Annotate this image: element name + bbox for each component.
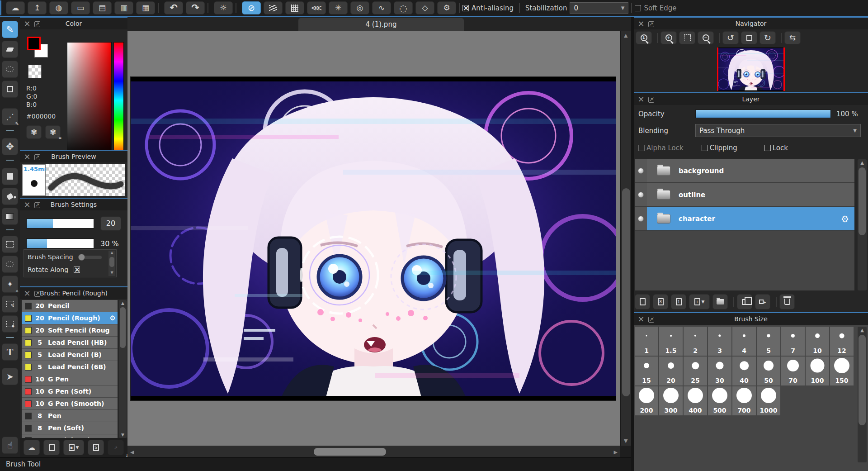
radial-snap-icon[interactable]: ✳ xyxy=(329,1,348,14)
tool-stamp-eraser[interactable] xyxy=(2,61,18,78)
publish-icon[interactable]: ◍ xyxy=(49,1,68,14)
tool-text[interactable]: T xyxy=(2,343,18,361)
comment-icon[interactable]: ▭ xyxy=(71,1,90,14)
gear-icon[interactable]: ⚙ xyxy=(841,214,849,224)
reset-rotation-icon[interactable] xyxy=(741,31,757,44)
perspective-snap-icon[interactable]: ◇ xyxy=(415,1,434,14)
scroll-thumb[interactable] xyxy=(622,188,630,396)
brush-size-cell[interactable]: 3 xyxy=(708,327,731,356)
brush-size-cell[interactable]: 1000 xyxy=(757,386,780,415)
close-icon[interactable]: × xyxy=(23,152,31,161)
brush-size-cell[interactable]: 50 xyxy=(757,357,780,385)
popout-icon[interactable]: ↗ xyxy=(34,202,40,208)
tool-move[interactable]: ✥ xyxy=(2,138,18,155)
brush-list-item[interactable]: 20 Pencil ⚙ xyxy=(22,300,118,312)
scroll-up-icon[interactable]: ▲ xyxy=(108,251,115,256)
tool-dot-pen[interactable]: ⋰✎ xyxy=(2,108,18,125)
brush-size-cell[interactable]: 1.5 xyxy=(659,327,683,356)
brush-size-cell[interactable]: 10 xyxy=(806,327,829,356)
brush-size-value[interactable]: 20 xyxy=(100,216,121,231)
delete-layer-icon[interactable] xyxy=(779,294,795,309)
brush-size-cell[interactable]: 400 xyxy=(684,386,707,415)
cloud-icon[interactable]: ☁ xyxy=(6,1,25,14)
brush-list-scrollbar[interactable]: ▲ ▼ xyxy=(119,300,127,438)
brush-size-cell[interactable]: 200 xyxy=(635,386,658,415)
brush-size-slider[interactable] xyxy=(26,219,94,228)
rotate-cw-icon[interactable]: ↻ xyxy=(760,31,776,44)
layer-visibility[interactable] xyxy=(635,159,647,182)
layer-body[interactable]: character ⚙ xyxy=(647,207,854,230)
scroll-thumb[interactable] xyxy=(109,257,114,267)
brush-size-cell[interactable]: 100 xyxy=(806,357,829,385)
layer-body[interactable]: background ⚙ xyxy=(647,159,854,182)
scroll-left-icon[interactable]: ◀ xyxy=(130,449,134,455)
close-icon[interactable]: × xyxy=(23,200,31,209)
navigator-thumbnail[interactable] xyxy=(717,48,785,91)
tool-hand[interactable]: ☝ xyxy=(2,437,18,454)
tool-select-lasso[interactable] xyxy=(2,256,18,273)
scroll-thumb[interactable] xyxy=(120,307,126,348)
tool-fill-rect[interactable] xyxy=(2,168,18,185)
scroll-up-icon[interactable]: ▲ xyxy=(624,33,627,38)
tool-select-pen[interactable]: ✎ xyxy=(2,295,18,313)
layer-scrollbar[interactable]: ▲ xyxy=(858,159,867,290)
brush-size-cell[interactable]: 12 xyxy=(830,327,854,356)
settings-scrollbar[interactable]: ▲ ▼ xyxy=(108,251,115,276)
brush-list-item[interactable]: 10 G Pen ⚙ xyxy=(22,373,118,385)
upload-icon[interactable]: ↥ xyxy=(28,1,47,14)
stabilization-dropdown[interactable]: 0 ▼ xyxy=(570,2,628,14)
fit-screen-icon[interactable] xyxy=(679,31,695,44)
brush-list-item[interactable]: 10 G Pen (Smooth) ⚙ xyxy=(22,398,118,410)
lock-checkbox[interactable] xyxy=(764,145,771,151)
close-icon[interactable]: × xyxy=(637,19,645,28)
brush-size-cell[interactable]: 5 xyxy=(757,327,780,356)
scroll-thumb[interactable] xyxy=(859,167,866,235)
tool-magic-wand[interactable]: ✦✧ xyxy=(2,276,18,293)
popout-icon[interactable]: ↗ xyxy=(648,317,654,323)
layer-row[interactable]: outline ⚙ xyxy=(635,183,854,207)
brush-list-item[interactable]: 5 Lead Pencil (B) ⚙ xyxy=(22,349,118,361)
cell-edit-icon[interactable]: ▦ xyxy=(136,1,155,14)
brush-list-item[interactable]: 20 Pencil (Rough) ⚙ xyxy=(22,312,118,324)
parallel-snap-icon[interactable] xyxy=(264,1,283,14)
scroll-thumb[interactable] xyxy=(859,335,866,425)
processing-icon[interactable]: ☼ xyxy=(214,1,233,14)
zoom-actual-icon[interactable]: 1 xyxy=(636,31,652,44)
popout-icon[interactable]: ↗ xyxy=(34,291,40,297)
brush-folder-icon[interactable]: ▪▼ xyxy=(63,440,84,455)
duplicate-layer-icon[interactable] xyxy=(737,294,752,309)
canvas-image[interactable] xyxy=(131,77,616,400)
brush-list-item[interactable]: 10 G Pen (Soft) ⚙ xyxy=(22,385,118,398)
popout-icon[interactable]: ↗ xyxy=(34,21,40,27)
opacity-slider[interactable] xyxy=(695,109,831,118)
close-icon[interactable]: × xyxy=(23,19,31,28)
vanishing-point-snap-icon[interactable]: ⋘ xyxy=(307,1,326,14)
tool-select-eraser[interactable]: ◆ xyxy=(2,315,18,333)
foreground-color-swatch[interactable] xyxy=(27,37,41,50)
tool-bucket[interactable] xyxy=(2,188,18,205)
add-layer-menu-icon[interactable]: +▼ xyxy=(689,294,710,309)
scroll-up-icon[interactable]: ▲ xyxy=(858,327,867,334)
new-brush-icon[interactable] xyxy=(43,440,60,455)
snap-off-icon[interactable]: ⊘ xyxy=(242,1,261,14)
cloud-download-icon[interactable]: ☁↓ xyxy=(24,440,40,455)
palette-icon[interactable]: ✾ xyxy=(26,125,42,139)
brush-size-cell[interactable]: 7 xyxy=(781,327,805,356)
undo-icon[interactable]: ↶ xyxy=(164,1,183,14)
brush-size-cell[interactable]: 30 xyxy=(708,357,731,385)
clipping-checkbox[interactable] xyxy=(702,145,708,151)
brush-list-item[interactable]: 20 Soft Pencil (Roug ⚙ xyxy=(22,324,118,337)
layer-row[interactable]: character ⚙ xyxy=(635,207,854,231)
merge-layer-icon[interactable]: ▸ xyxy=(755,294,770,309)
canvas-viewport[interactable] xyxy=(127,31,620,446)
popout-icon[interactable]: ↗ xyxy=(648,21,654,27)
close-icon[interactable]: × xyxy=(23,289,31,297)
brush-size-cell[interactable]: 40 xyxy=(732,357,756,385)
tool-gradient[interactable] xyxy=(2,208,18,225)
curve-snap-icon[interactable]: ∿ xyxy=(372,1,391,14)
timelapse-icon[interactable]: ▥ xyxy=(114,1,133,14)
close-icon[interactable]: × xyxy=(637,95,645,103)
layer-visibility[interactable] xyxy=(635,183,647,206)
brush-size-cell[interactable]: 20 xyxy=(659,357,683,385)
brush-list-item[interactable]: 5 Lead Pencil (6B) ⚙ xyxy=(22,361,118,373)
